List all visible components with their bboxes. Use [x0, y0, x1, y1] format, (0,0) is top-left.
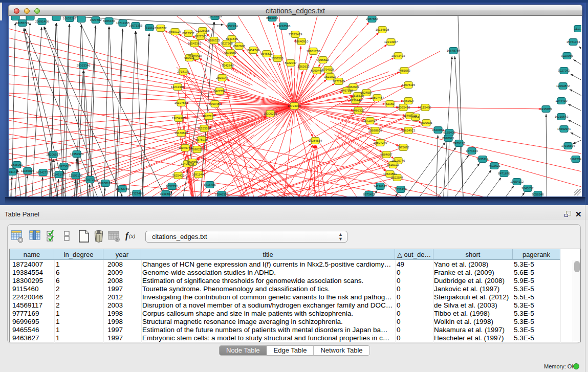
svg-text:1733426: 1733426 [395, 188, 407, 191]
svg-text:17016504: 17016504 [561, 144, 575, 147]
svg-text:2935114: 2935114 [477, 158, 489, 161]
svg-text:19166825: 19166825 [175, 132, 188, 135]
svg-text:16961758: 16961758 [307, 50, 320, 53]
svg-text:9657791: 9657791 [166, 185, 178, 188]
svg-text:15751074: 15751074 [567, 40, 580, 43]
svg-text:3215955: 3215955 [540, 107, 552, 111]
svg-text:10719155: 10719155 [116, 21, 130, 25]
svg-text:10688609: 10688609 [368, 129, 382, 132]
svg-text:12213309: 12213309 [171, 85, 185, 89]
svg-text:9084067: 9084067 [380, 153, 393, 156]
svg-text:8267110: 8267110 [203, 115, 215, 118]
svg-text:19384554: 19384554 [309, 139, 322, 142]
svg-text:20206567: 20206567 [47, 153, 60, 156]
svg-text:9227342: 9227342 [558, 69, 570, 72]
svg-text:9245652: 9245652 [521, 187, 534, 190]
svg-text:9327508: 9327508 [221, 42, 233, 45]
svg-text:6966160: 6966160 [103, 19, 115, 23]
svg-text:1835061: 1835061 [11, 163, 23, 166]
svg-text:989011: 989011 [184, 56, 194, 59]
svg-text:12342737: 12342737 [36, 171, 50, 174]
svg-text:8660124: 8660124 [169, 30, 181, 33]
svg-text:9474444: 9474444 [466, 149, 478, 152]
svg-text:2936444: 2936444 [350, 99, 362, 102]
svg-text:6794028: 6794028 [322, 68, 334, 71]
svg-text:16046788: 16046788 [179, 146, 192, 149]
svg-text:10973493: 10973493 [391, 54, 405, 57]
svg-text:1700481: 1700481 [209, 102, 221, 105]
svg-text:8938921: 8938921 [442, 137, 454, 140]
svg-text:1615132: 1615132 [387, 163, 399, 166]
svg-text:9115460: 9115460 [420, 106, 432, 109]
svg-text:5716485: 5716485 [204, 183, 216, 186]
svg-text:2603144: 2603144 [216, 76, 228, 79]
svg-text:9058246: 9058246 [532, 193, 544, 196]
svg-text:9165403: 9165403 [443, 131, 455, 134]
svg-text:12505135: 12505135 [69, 174, 83, 177]
svg-text:10653267: 10653267 [63, 17, 77, 20]
svg-text:8813054: 8813054 [266, 16, 278, 19]
svg-text:62160: 62160 [386, 102, 395, 105]
svg-text:29053346: 29053346 [77, 64, 91, 67]
svg-text:9646821: 9646821 [260, 52, 273, 55]
svg-text:7485063: 7485063 [398, 69, 410, 72]
svg-text:18640910: 18640910 [295, 40, 309, 43]
svg-text:18300295: 18300295 [264, 112, 277, 115]
svg-text:9777169: 9777169 [333, 80, 345, 83]
svg-text:7625402: 7625402 [172, 174, 184, 177]
svg-text:19654923: 19654923 [402, 129, 416, 132]
svg-text:1975692: 1975692 [397, 146, 409, 149]
svg-text:19654985: 19654985 [172, 117, 186, 120]
svg-text:9699695: 9699695 [420, 121, 432, 124]
svg-text:6497568: 6497568 [341, 89, 353, 92]
svg-text:11172: 11172 [574, 27, 581, 30]
svg-text:10654112: 10654112 [510, 180, 524, 183]
svg-text:16671355: 16671355 [129, 24, 143, 27]
svg-text:17957253: 17957253 [83, 178, 97, 181]
svg-text:11353594: 11353594 [198, 127, 211, 130]
svg-text:7486322: 7486322 [352, 109, 364, 112]
svg-text:9241502: 9241502 [160, 192, 172, 195]
svg-text:1145193: 1145193 [53, 173, 66, 176]
svg-text:12093872: 12093872 [556, 84, 570, 87]
svg-text:8678335: 8678335 [195, 138, 208, 141]
svg-text:8141546: 8141546 [226, 37, 238, 40]
svg-text:8427552: 8427552 [213, 90, 226, 93]
svg-text:7357224: 7357224 [226, 25, 238, 28]
svg-text:15720407: 15720407 [363, 119, 377, 122]
svg-text:17359924: 17359924 [70, 152, 84, 156]
svg-text:18724007: 18724007 [288, 104, 301, 107]
svg-text:16210643: 16210643 [555, 115, 569, 118]
svg-text:13226058: 13226058 [196, 29, 210, 32]
svg-text:391141: 391141 [9, 170, 17, 173]
svg-text:16782759: 16782759 [116, 187, 129, 190]
svg-text:10958107: 10958107 [99, 182, 113, 185]
svg-text:7632621: 7632621 [488, 164, 500, 167]
svg-text:7515520: 7515520 [352, 94, 364, 97]
svg-text:8454749: 8454749 [247, 49, 259, 52]
svg-text:10154808: 10154808 [376, 28, 389, 31]
svg-text:7462609: 7462609 [347, 85, 359, 89]
svg-text:14136141: 14136141 [374, 185, 387, 188]
svg-text:1621022: 1621022 [324, 75, 336, 78]
svg-text:8973452: 8973452 [363, 193, 375, 196]
svg-text:10025438: 10025438 [397, 106, 410, 109]
svg-text:13524851: 13524851 [383, 172, 397, 176]
svg-text:12213967: 12213967 [384, 40, 398, 43]
svg-text:2867608: 2867608 [233, 45, 245, 48]
svg-text:1244419: 1244419 [555, 99, 568, 102]
svg-text:2522544: 2522544 [391, 176, 403, 179]
svg-text:16033809: 16033809 [208, 16, 222, 18]
svg-text:2718176: 2718176 [177, 70, 189, 73]
svg-text:7955822: 7955822 [317, 58, 329, 61]
svg-text:1840994: 1840994 [186, 161, 199, 164]
svg-text:10807487: 10807487 [371, 96, 384, 99]
svg-text:16648784: 16648784 [447, 49, 461, 52]
svg-text:1527602: 1527602 [90, 18, 102, 21]
svg-text:8322037: 8322037 [285, 61, 297, 64]
svg-text:751552: 751552 [144, 26, 155, 29]
svg-text:8884: 8884 [412, 116, 419, 119]
svg-text:16543362: 16543362 [188, 42, 202, 45]
svg-text:12323468: 12323468 [130, 192, 144, 195]
svg-text:6479197: 6479197 [453, 142, 465, 145]
